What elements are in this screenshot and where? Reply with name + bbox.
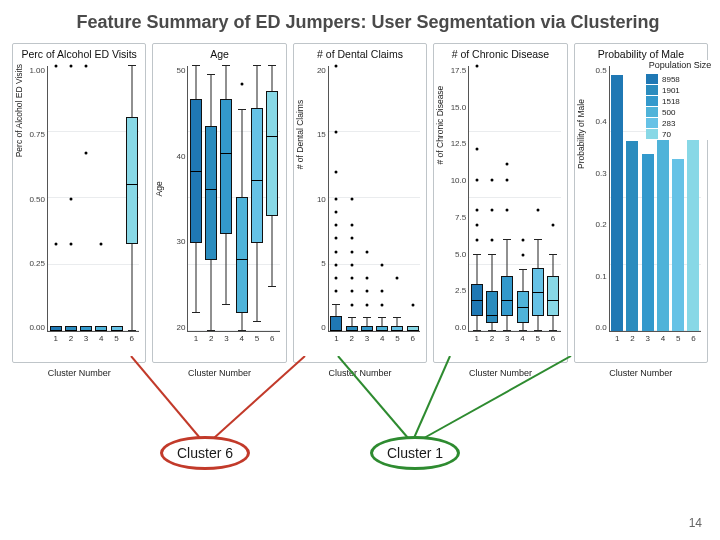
- outlier-point: [475, 178, 478, 181]
- outlier-point: [506, 208, 509, 211]
- y-axis-label: Probability of Male: [576, 99, 586, 169]
- x-tick: 4: [240, 334, 244, 343]
- boxplot-box: [501, 66, 513, 331]
- chart-panel: # of Dental Claims# of Dental Claims2015…: [293, 43, 427, 363]
- outlier-point: [491, 178, 494, 181]
- legend-label: 1518: [662, 97, 680, 106]
- y-tick: 40: [155, 152, 185, 161]
- svg-line-1: [214, 356, 305, 438]
- outlier-point: [335, 237, 338, 240]
- boxplot-box: [205, 66, 217, 331]
- x-tick: 2: [349, 334, 353, 343]
- y-tick: 0: [296, 323, 326, 332]
- outlier-point: [350, 303, 353, 306]
- outlier-point: [54, 65, 57, 68]
- y-tick: 20: [155, 323, 185, 332]
- x-tick: 3: [84, 334, 88, 343]
- y-tick: 0.25: [15, 259, 45, 268]
- legend-row: 8958: [646, 74, 714, 84]
- outlier-point: [335, 224, 338, 227]
- boxplot-box: [95, 66, 107, 331]
- outlier-point: [350, 250, 353, 253]
- x-tick: 2: [209, 334, 213, 343]
- legend-row: 500: [646, 107, 714, 117]
- outlier-point: [100, 242, 103, 245]
- x-tick: 3: [645, 334, 649, 343]
- population-legend: Population Size 89581901151850028370: [646, 60, 714, 140]
- outlier-point: [350, 263, 353, 266]
- outlier-point: [475, 148, 478, 151]
- legend-label: 8958: [662, 75, 680, 84]
- y-tick: 30: [155, 237, 185, 246]
- legend-label: 70: [662, 130, 671, 139]
- y-tick: 17.5: [436, 66, 466, 75]
- boxplot-box: [80, 66, 92, 331]
- x-tick: 6: [691, 334, 695, 343]
- outlier-point: [475, 239, 478, 242]
- y-axis-label: Perc of Alcohol ED Visits: [14, 64, 24, 157]
- y-tick: 5: [296, 259, 326, 268]
- page-number: 14: [689, 516, 702, 530]
- boxplot-box: [251, 66, 263, 331]
- outlier-point: [350, 224, 353, 227]
- legend-swatch: [646, 74, 658, 84]
- boxplot-box: [391, 66, 403, 331]
- outlier-point: [521, 254, 524, 257]
- legend-swatch: [646, 118, 658, 128]
- svg-line-2: [338, 356, 408, 438]
- legend-swatch: [646, 85, 658, 95]
- y-tick: 7.5: [436, 213, 466, 222]
- y-tick: 0.2: [577, 220, 607, 229]
- x-tick: 6: [410, 334, 414, 343]
- legend-swatch: [646, 107, 658, 117]
- outlier-point: [335, 210, 338, 213]
- outlier-point: [85, 65, 88, 68]
- boxplot-box: [50, 66, 62, 331]
- boxplot-box: [346, 66, 358, 331]
- callout-cluster-6: Cluster 6: [160, 436, 250, 470]
- outlier-point: [365, 290, 368, 293]
- chart-panel: Perc of Alcohol ED VisitsPerc of Alcohol…: [12, 43, 146, 363]
- outlier-point: [475, 65, 478, 68]
- legend-row: 1901: [646, 85, 714, 95]
- chart-panel: AgeAge50403020123456Cluster Number: [152, 43, 286, 363]
- outlier-point: [475, 224, 478, 227]
- outlier-point: [69, 242, 72, 245]
- panel-title: # of Dental Claims: [294, 44, 426, 62]
- outlier-point: [335, 197, 338, 200]
- boxplot-box: [547, 66, 559, 331]
- chart-panel: # of Chronic Disease# of Chronic Disease…: [433, 43, 567, 363]
- svg-line-0: [131, 356, 200, 438]
- panel-title: Perc of Alcohol ED Visits: [13, 44, 145, 62]
- outlier-point: [335, 171, 338, 174]
- y-tick: 20: [296, 66, 326, 75]
- plot-area: 123456: [468, 66, 560, 332]
- y-tick: 0.1: [577, 272, 607, 281]
- x-tick: 6: [270, 334, 274, 343]
- outlier-point: [335, 65, 338, 68]
- x-tick: 4: [99, 334, 103, 343]
- boxplot-box: [126, 66, 138, 331]
- x-tick: 1: [475, 334, 479, 343]
- boxplot-box: [236, 66, 248, 331]
- outlier-point: [491, 239, 494, 242]
- outlier-point: [521, 239, 524, 242]
- x-tick: 3: [224, 334, 228, 343]
- panel-title: # of Chronic Disease: [434, 44, 566, 62]
- boxplot-box: [65, 66, 77, 331]
- y-axis-label: # of Dental Claims: [295, 100, 305, 169]
- boxplot-box: [532, 66, 544, 331]
- outlier-point: [350, 197, 353, 200]
- boxplot-box: [190, 66, 202, 331]
- outlier-point: [335, 263, 338, 266]
- y-tick: 2.5: [436, 286, 466, 295]
- x-tick: 1: [53, 334, 57, 343]
- outlier-point: [381, 290, 384, 293]
- x-tick: 5: [114, 334, 118, 343]
- y-tick: 0.00: [15, 323, 45, 332]
- x-tick: 6: [551, 334, 555, 343]
- y-tick: 0.0: [577, 323, 607, 332]
- outlier-point: [381, 303, 384, 306]
- x-tick: 1: [334, 334, 338, 343]
- outlier-point: [491, 208, 494, 211]
